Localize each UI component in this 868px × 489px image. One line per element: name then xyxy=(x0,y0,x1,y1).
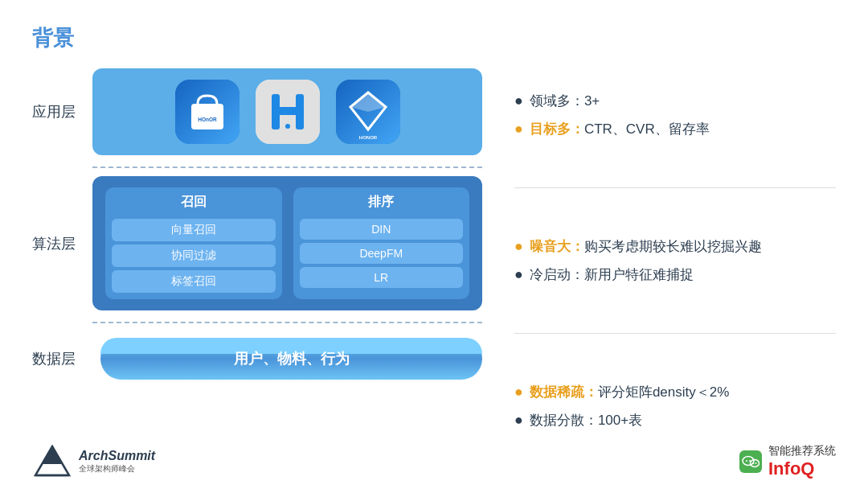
honor-shop-icon: HOnOR xyxy=(175,80,240,144)
footer-right-text-block: 智能推荐系统 InfoQ xyxy=(768,444,836,479)
bullet-2-2: ● 冷启动：新用户特征难捕捉 xyxy=(514,264,836,286)
recall-item-1: 向量召回 xyxy=(112,219,276,241)
app-layer-box: HOnOR xyxy=(92,68,482,155)
svg-text:HOnOR: HOnOR xyxy=(198,117,217,122)
archsummit-subtitle: 全球架构师峰会 xyxy=(79,463,135,475)
svg-point-20 xyxy=(755,462,757,464)
highlight-noise: 噪音大： xyxy=(530,239,584,254)
data-cylinder: 用户、物料、行为 xyxy=(100,338,482,380)
bullet-group-1: ● 领域多：3+ ● 目标多：CTR、CVR、留存率 xyxy=(514,90,836,140)
bullet-dot-5: ● xyxy=(514,381,523,403)
bullet-3-2: ● 数据分散：100+表 xyxy=(514,409,836,431)
honor-diamond-icon: HONOR xyxy=(336,80,400,144)
bullet-dot-2: ● xyxy=(514,118,523,140)
footer: ArchSummit 全球架构师峰会 智能推荐系统 InfoQ xyxy=(32,443,836,479)
page-title: 背景 xyxy=(32,24,836,52)
divider-1 xyxy=(514,187,836,188)
algorithm-layer-row: 算法层 召回 向量召回 协同过滤 标签召回 排序 DIN xyxy=(32,176,482,310)
bullet-1-1-text: 领域多：3+ xyxy=(530,91,600,112)
divider-2 xyxy=(514,333,836,334)
bullet-dot-6: ● xyxy=(514,409,523,431)
bullet-dot-4: ● xyxy=(514,264,523,286)
infoq-brand: InfoQ xyxy=(768,458,836,479)
svg-point-18 xyxy=(749,460,751,462)
slide: 背景 应用层 xyxy=(0,0,868,489)
wechat-label: 智能推荐系统 xyxy=(768,444,836,458)
rank-item-2: DeepFM xyxy=(300,243,464,264)
main-content: 应用层 xyxy=(32,68,836,453)
bullet-3-2-text: 数据分散：100+表 xyxy=(530,410,642,431)
data-content: 用户、物料、行为 xyxy=(125,349,458,368)
recall-box: 召回 向量召回 协同过滤 标签召回 xyxy=(105,187,282,299)
svg-point-7 xyxy=(285,124,290,129)
svg-rect-6 xyxy=(272,107,304,115)
data-layer-row: 数据层 用户、物料、行为 xyxy=(32,338,482,380)
honor-diamond-svg: HONOR xyxy=(336,80,400,144)
highlight-target-multi: 目标多： xyxy=(530,121,584,137)
app-layer-label: 应用层 xyxy=(32,102,84,121)
bullet-group-2: ● 噪音大：购买考虑期较长难以挖掘兴趣 ● 冷启动：新用户特征难捕捉 xyxy=(514,236,836,286)
footer-logo-left: ArchSummit 全球架构师峰会 xyxy=(32,443,155,479)
bullet-2-1: ● 噪音大：购买考虑期较长难以挖掘兴趣 xyxy=(514,236,836,257)
svg-text:HONOR: HONOR xyxy=(358,135,377,140)
data-layer-box-wrapper: 用户、物料、行为 xyxy=(92,338,482,380)
application-layer-row: 应用层 xyxy=(32,68,482,155)
honor-h-icon xyxy=(256,80,320,144)
archsummit-title: ArchSummit xyxy=(79,449,155,463)
rank-item-1: DIN xyxy=(300,219,464,240)
bullet-dot-3: ● xyxy=(514,236,523,257)
archsummit-mountain-icon xyxy=(32,443,72,479)
highlight-sparse: 数据稀疏： xyxy=(530,384,598,400)
rank-item-3: LR xyxy=(300,267,464,288)
svg-point-16 xyxy=(751,459,760,466)
bullet-1-2: ● 目标多：CTR、CVR、留存率 xyxy=(514,118,836,140)
svg-marker-13 xyxy=(43,446,62,464)
bullet-1-1: ● 领域多：3+ xyxy=(514,90,836,112)
data-layer-label: 数据层 xyxy=(32,349,84,368)
svg-point-19 xyxy=(753,462,755,464)
recall-item-2: 协同过滤 xyxy=(112,244,276,267)
archsummit-text-block: ArchSummit 全球架构师峰会 xyxy=(79,449,155,475)
svg-point-17 xyxy=(746,460,747,462)
bullet-dot-1: ● xyxy=(514,90,523,112)
recall-title: 召回 xyxy=(181,194,207,211)
left-panel: 应用层 xyxy=(32,68,482,453)
honor-bag-svg: HOnOR xyxy=(175,80,240,144)
wechat-svg xyxy=(742,453,760,471)
dashed-line-1 xyxy=(92,166,482,168)
rank-box: 排序 DIN DeepFM LR xyxy=(293,187,470,299)
bullet-group-3: ● 数据稀疏：评分矩阵density＜2% ● 数据分散：100+表 xyxy=(514,381,836,431)
algo-layer-box: 召回 向量召回 协同过滤 标签召回 排序 DIN DeepFM LR xyxy=(92,176,482,310)
algo-layer-box-wrapper: 召回 向量召回 协同过滤 标签召回 排序 DIN DeepFM LR xyxy=(92,176,482,310)
recall-item-3: 标签召回 xyxy=(112,270,276,293)
right-panel: ● 领域多：3+ ● 目标多：CTR、CVR、留存率 ● 噪音大：购买考虑期较长… xyxy=(482,68,836,453)
algo-layer-label: 算法层 xyxy=(32,234,84,253)
wechat-icon xyxy=(739,450,762,473)
bullet-1-2-text: 目标多：CTR、CVR、留存率 xyxy=(530,119,710,140)
bullet-2-2-text: 冷启动：新用户特征难捕捉 xyxy=(530,265,694,286)
footer-right: 智能推荐系统 InfoQ xyxy=(739,444,836,479)
dashed-line-2 xyxy=(92,322,482,323)
bullet-3-1: ● 数据稀疏：评分矩阵density＜2% xyxy=(514,381,836,403)
app-layer-box-wrapper: HOnOR xyxy=(92,68,482,155)
bullet-3-1-text: 数据稀疏：评分矩阵density＜2% xyxy=(530,382,729,403)
bullet-2-1-text: 噪音大：购买考虑期较长难以挖掘兴趣 xyxy=(530,236,762,257)
honor-h-svg xyxy=(256,80,320,144)
rank-title: 排序 xyxy=(368,194,394,211)
